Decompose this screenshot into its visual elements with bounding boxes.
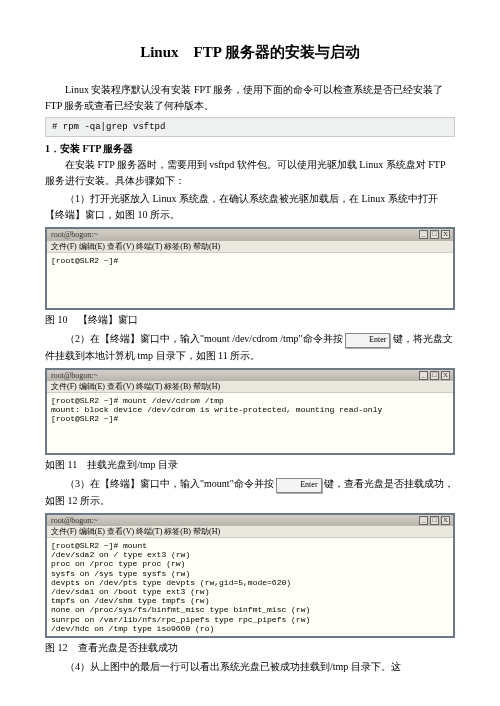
minimize-icon: _ — [419, 516, 428, 525]
command-box-check: # rpm -qa|grep vsftpd — [45, 117, 455, 137]
terminal-window-1: root@bogon:~ _ □ X 文件(F) 编辑(E) 查看(V) 终端(… — [45, 227, 455, 309]
terminal-titlebar: root@bogon:~ _ □ X — [47, 229, 453, 240]
terminal-menubar: 文件(F) 编辑(E) 查看(V) 终端(T) 标签(B) 帮助(H) — [47, 526, 453, 538]
close-icon: X — [441, 516, 450, 525]
step-3-text: （3）在【终端】窗口中，输入"mount"命令并按 Enter 键，查看光盘是否… — [45, 476, 455, 509]
maximize-icon: □ — [430, 516, 439, 525]
section-1-heading: 1．安装 FTP 服务器 — [45, 141, 455, 157]
terminal-window-2: root@bogon:~ _ □ X 文件(F) 编辑(E) 查看(V) 终端(… — [45, 368, 455, 455]
terminal-title-text: root@bogon:~ — [51, 230, 98, 239]
intro-paragraph: Linux 安装程序默认没有安装 FPT 服务，使用下面的命令可以检查系统是否已… — [45, 82, 455, 114]
enter-key: Enter — [345, 333, 390, 348]
terminal-body-1: [root@SLR2 ~]# — [47, 253, 453, 308]
enter-key: Enter — [276, 478, 321, 493]
terminal-menubar: 文件(F) 编辑(E) 查看(V) 终端(T) 标签(B) 帮助(H) — [47, 241, 453, 253]
minimize-icon: _ — [419, 230, 428, 239]
section-1-intro: 在安装 FTP 服务器时，需要用到 vsftpd 软件包。可以使用光驱加载 Li… — [45, 157, 455, 189]
close-icon: X — [441, 230, 450, 239]
terminal-body-3: [root@SLR2 ~]# mount /dev/sda2 on / type… — [47, 538, 453, 636]
minimize-icon: _ — [419, 371, 428, 380]
terminal-title-text: root@bogon:~ — [51, 371, 98, 380]
terminal-title-text: root@bogon:~ — [51, 516, 98, 525]
step-2-text-a: （2）在【终端】窗口中，输入"mount /dev/cdrom /tmp"命令并… — [65, 333, 343, 344]
figure-12-caption: 图 12 查看光盘是否挂载成功 — [45, 640, 455, 656]
step-2-text: （2）在【终端】窗口中，输入"mount /dev/cdrom /tmp"命令并… — [45, 331, 455, 364]
figure-11-caption: 如图 11 挂载光盘到/tmp 目录 — [45, 457, 455, 473]
maximize-icon: □ — [430, 371, 439, 380]
maximize-icon: □ — [430, 230, 439, 239]
step-3-text-a: （3）在【终端】窗口中，输入"mount"命令并按 — [65, 478, 276, 489]
page-title: Linux FTP 服务器的安装与启动 — [45, 40, 455, 64]
terminal-menubar: 文件(F) 编辑(E) 查看(V) 终端(T) 标签(B) 帮助(H) — [47, 381, 453, 393]
close-icon: X — [441, 371, 450, 380]
terminal-body-2: [root@SLR2 ~]# mount /dev/cdrom /tmp mou… — [47, 393, 453, 453]
step-1-text: （1）打开光驱放入 Linux 系统盘，在确认系统盘被光驱加载后，在 Linux… — [45, 191, 455, 223]
terminal-titlebar: root@bogon:~ _ □ X — [47, 370, 453, 381]
terminal-window-3: root@bogon:~ _ □ X 文件(F) 编辑(E) 查看(V) 终端(… — [45, 513, 455, 638]
figure-10-caption: 图 10 【终端】窗口 — [45, 312, 455, 328]
step-4-text: （4）从上图中的最后一行可以看出系统光盘已被成功挂载到/tmp 目录下。这 — [45, 659, 455, 675]
terminal-titlebar: root@bogon:~ _ □ X — [47, 515, 453, 526]
